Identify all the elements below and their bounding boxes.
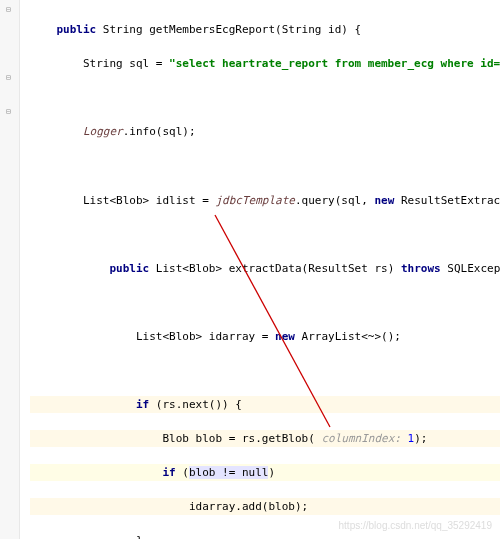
code-line-highlighted: Blob blob = rs.getBlob( columnIndex: 1); [30,430,500,447]
code-text: } [136,534,143,539]
code-text: ResultSetExtractor<List<Blob>>() { [394,194,500,207]
selection: blob != null [189,466,268,479]
blank-line [30,226,500,243]
field-ref: Logger [83,125,123,138]
code-text: List<Blob> idlist = [83,194,215,207]
code-line: String sql = "select heartrate_report fr… [30,55,500,72]
code-line: } [30,532,500,539]
code-text: .query(sql, [295,194,374,207]
param-hint: columnIndex: [315,432,408,445]
keyword: throws [401,262,441,275]
code-line: Logger.info(sql); [30,123,500,140]
string-literal: "select heartrate_report from member_ecg… [169,57,500,70]
code-line: public List<Blob> extractData(ResultSet … [30,260,500,277]
code-text: SQLException, DataAccessException [441,262,500,275]
code-line: List<Blob> idarray = new ArrayList<~>(); [30,328,500,345]
keyword: public [57,23,97,36]
keyword: if [136,398,149,411]
code-text: List<Blob> extractData(ResultSet rs) [149,262,401,275]
blank-line [30,362,500,379]
code-text: .info(sql); [123,125,196,138]
code-text: ( [176,466,189,479]
code-line-caret: if (blob != null) [30,464,500,481]
watermark: https://blog.csdn.net/qq_35292419 [339,518,492,534]
code-text: String getMembersEcgReport(String id) { [96,23,361,36]
code-text: ) [268,466,275,479]
code-text: String sql = [83,57,169,70]
code-line-highlighted: if (rs.next()) { [30,396,500,413]
code-line: List<Blob> idlist = jdbcTemplate.query(s… [30,192,500,209]
code-editor[interactable]: public String getMembersEcgReport(String… [0,0,500,539]
keyword: public [109,262,149,275]
code-text: idarray.add(blob); [189,500,308,513]
keyword: if [162,466,175,479]
code-text: ); [414,432,427,445]
blank-line [30,157,500,174]
code-text: Blob blob = rs.getBlob( [162,432,314,445]
code-text: ArrayList<~>(); [295,330,401,343]
field-ref: jdbcTemplate [215,194,294,207]
code-line-highlighted: idarray.add(blob); [30,498,500,515]
keyword: new [374,194,394,207]
code-text: List<Blob> idarray = [136,330,275,343]
code-text: (rs.next()) { [149,398,242,411]
blank-line [30,89,500,106]
keyword: new [275,330,295,343]
code-line: public String getMembersEcgReport(String… [30,21,500,38]
blank-line [30,294,500,311]
